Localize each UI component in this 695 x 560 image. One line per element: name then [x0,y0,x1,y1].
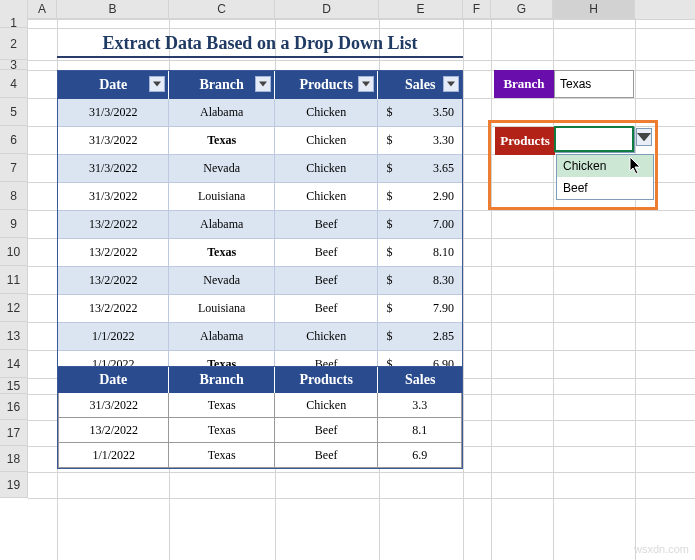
cell-date[interactable]: 1/1/2022 [58,323,169,351]
cell-sales[interactable]: $3.50 [378,99,462,127]
cell-sales[interactable]: $7.00 [378,211,462,239]
row-header-13[interactable]: 13 [0,322,28,350]
header-date[interactable]: Date [58,71,169,99]
cell-date[interactable]: 31/3/2022 [58,393,169,418]
cell-product[interactable]: Beef [275,418,378,443]
row-header-2[interactable]: 2 [0,28,28,60]
cell-product[interactable]: Beef [275,211,378,239]
row-header-12[interactable]: 12 [0,294,28,322]
filter-dropdown-icon[interactable] [358,76,374,92]
row-header-7[interactable]: 7 [0,154,28,182]
cell-branch[interactable]: Alabama [169,99,274,127]
cell-product[interactable]: Beef [275,295,378,323]
cell-branch[interactable]: Texas [169,418,274,443]
table-row[interactable]: 13/2/2022AlabamaBeef$7.00 [58,211,462,239]
cell-sales[interactable]: $2.90 [378,183,462,211]
cell-branch[interactable]: Texas [169,393,274,418]
col-header-C[interactable]: C [169,0,275,19]
cell-product[interactable]: Chicken [275,155,378,183]
result-row[interactable]: 1/1/2022TexasBeef6.9 [58,443,462,468]
branch-filter-value[interactable]: Texas [554,70,634,98]
result-header-products[interactable]: Products [275,367,378,393]
cell-date[interactable]: 31/3/2022 [58,183,169,211]
result-header-sales[interactable]: Sales [378,367,462,393]
cell-branch[interactable]: Texas [169,239,274,267]
cell-sales[interactable]: $7.90 [378,295,462,323]
cell-branch[interactable]: Texas [169,443,274,468]
col-header-G[interactable]: G [491,0,553,19]
filter-dropdown-icon[interactable] [443,76,459,92]
row-header-3[interactable]: 3 [0,60,28,70]
cell-sales[interactable]: $8.30 [378,267,462,295]
row-header-19[interactable]: 19 [0,472,28,498]
cell-sales[interactable]: $3.30 [378,127,462,155]
table-row[interactable]: 31/3/2022TexasChicken$3.30 [58,127,462,155]
row-header-6[interactable]: 6 [0,126,28,154]
cell-sales[interactable]: 8.1 [378,418,462,443]
row-header-5[interactable]: 5 [0,98,28,126]
table-row[interactable]: 31/3/2022NevadaChicken$3.65 [58,155,462,183]
cell-product[interactable]: Beef [275,443,378,468]
dropdown-option[interactable]: Chicken [557,155,653,177]
table-row[interactable]: 1/1/2022AlabamaChicken$2.85 [58,323,462,351]
cell-product[interactable]: Chicken [275,393,378,418]
filter-dropdown-icon[interactable] [149,76,165,92]
cell-branch[interactable]: Nevada [169,155,274,183]
row-header-10[interactable]: 10 [0,238,28,266]
result-row[interactable]: 31/3/2022TexasChicken3.3 [58,393,462,418]
col-header-H[interactable]: H [553,0,635,19]
header-products[interactable]: Products [275,71,378,99]
dropdown-option[interactable]: Beef [557,177,653,199]
result-header-branch[interactable]: Branch [169,367,274,393]
cell-branch[interactable]: Texas [169,127,274,155]
cell-product[interactable]: Chicken [275,99,378,127]
row-header-17[interactable]: 17 [0,420,28,446]
cell-branch[interactable]: Nevada [169,267,274,295]
cell-sales[interactable]: $8.10 [378,239,462,267]
col-header-F[interactable]: F [463,0,491,19]
row-header-1[interactable]: 1 [0,18,28,28]
cell-product[interactable]: Beef [275,267,378,295]
cell-sales[interactable]: 6.9 [378,443,462,468]
table-row[interactable]: 13/2/2022LouisianaBeef$7.90 [58,295,462,323]
dropdown-button[interactable] [636,128,652,146]
cell-date[interactable]: 13/2/2022 [58,239,169,267]
cell-date[interactable]: 31/3/2022 [58,99,169,127]
row-header-18[interactable]: 18 [0,446,28,472]
cell-branch[interactable]: Louisiana [169,183,274,211]
header-branch[interactable]: Branch [169,71,274,99]
products-dropdown-list[interactable]: ChickenBeef [556,154,654,200]
cell-date[interactable]: 13/2/2022 [58,211,169,239]
cell-sales[interactable]: $2.85 [378,323,462,351]
cell-sales[interactable]: 3.3 [378,393,462,418]
cell-date[interactable]: 31/3/2022 [58,155,169,183]
col-header-A[interactable]: A [28,0,57,19]
row-header-9[interactable]: 9 [0,210,28,238]
cell-product[interactable]: Chicken [275,183,378,211]
col-header-B[interactable]: B [57,0,169,19]
cell-date[interactable]: 13/2/2022 [58,295,169,323]
row-header-8[interactable]: 8 [0,182,28,210]
cell-date[interactable]: 31/3/2022 [58,127,169,155]
row-header-4[interactable]: 4 [0,70,28,98]
cell-date[interactable]: 1/1/2022 [58,443,169,468]
table-row[interactable]: 31/3/2022LouisianaChicken$2.90 [58,183,462,211]
cell-branch[interactable]: Louisiana [169,295,274,323]
filter-dropdown-icon[interactable] [255,76,271,92]
row-header-16[interactable]: 16 [0,394,28,420]
header-sales[interactable]: Sales [378,71,462,99]
cell-sales[interactable]: $3.65 [378,155,462,183]
table-row[interactable]: 13/2/2022TexasBeef$8.10 [58,239,462,267]
cell-branch[interactable]: Alabama [169,211,274,239]
result-header-date[interactable]: Date [58,367,169,393]
row-header-11[interactable]: 11 [0,266,28,294]
table-row[interactable]: 13/2/2022NevadaBeef$8.30 [58,267,462,295]
cell-date[interactable]: 13/2/2022 [58,418,169,443]
cell-date[interactable]: 13/2/2022 [58,267,169,295]
row-header-15[interactable]: 15 [0,378,28,394]
cell-product[interactable]: Beef [275,239,378,267]
row-header-14[interactable]: 14 [0,350,28,378]
col-header-D[interactable]: D [275,0,379,19]
cell-product[interactable]: Chicken [275,323,378,351]
result-row[interactable]: 13/2/2022TexasBeef8.1 [58,418,462,443]
